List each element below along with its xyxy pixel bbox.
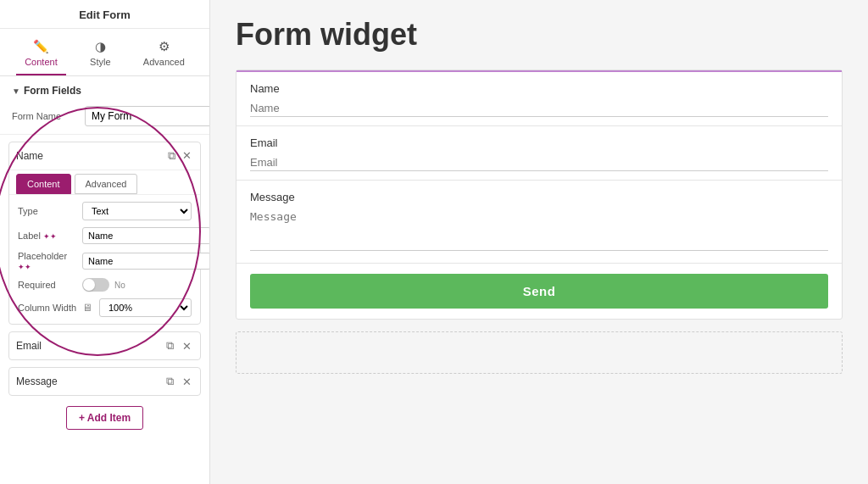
form-name-label: Form Name [12, 111, 80, 121]
email-field-label: Email [16, 340, 164, 352]
message-field-duplicate-button[interactable]: ⧉ [164, 373, 175, 390]
message-field-delete-button[interactable]: ✕ [181, 374, 193, 390]
label-row: Label ✦✦ 🗑 [9, 224, 200, 248]
field-body: Type Text Email Textarea Number Select L… [9, 195, 200, 324]
email-field-actions: ⧉ ✕ [164, 337, 193, 354]
placeholder-label: Placeholder ✦✦ [18, 251, 79, 271]
tab-advanced[interactable]: ⚙ Advanced [135, 36, 193, 75]
fw-message-label: Message [250, 191, 828, 203]
form-name-input[interactable] [85, 106, 210, 126]
fw-email-field: Email [236, 126, 842, 181]
monitor-icon: 🖥 [82, 302, 92, 314]
panel-title: Edit Form [0, 0, 209, 29]
tab-content[interactable]: ✏️ Content [16, 36, 66, 75]
form-fields-section-header[interactable]: ▼ Form Fields [0, 76, 209, 102]
fw-name-input[interactable] [250, 100, 828, 117]
gear-icon: ⚙ [159, 39, 170, 54]
name-field-expanded: Name ⧉ ✕ Content Advanced Type Text Emai… [8, 142, 201, 325]
name-field-duplicate-button[interactable]: ⧉ [166, 147, 177, 164]
email-field-duplicate-button[interactable]: ⧉ [164, 337, 175, 354]
fw-name-field: Name [236, 70, 842, 126]
email-field-delete-button[interactable]: ✕ [181, 338, 193, 354]
fw-message-textarea[interactable] [250, 209, 828, 251]
column-width-row: Column Width 🖥 100% 75% 66% 50% 33% 25% [9, 295, 200, 320]
name-field-label: Name [16, 150, 166, 162]
required-row: Required No [9, 275, 200, 295]
required-label: Required [18, 280, 79, 290]
fw-send-button[interactable]: Send [250, 274, 828, 309]
fw-email-input[interactable] [250, 154, 828, 171]
bottom-placeholder [236, 331, 843, 374]
name-field-actions: ⧉ ✕ [166, 147, 193, 164]
left-panel: Edit Form ✏️ Content ◑ Style ⚙ Advanced … [0, 0, 210, 484]
fw-email-label: Email [250, 136, 828, 149]
message-field-item: Message ⧉ ✕ [8, 367, 201, 396]
toggle-knob [83, 279, 95, 291]
type-select[interactable]: Text Email Textarea Number Select [82, 202, 192, 220]
main-content: Form widget Name Email Message Send [210, 0, 868, 484]
required-toggle[interactable] [82, 278, 109, 292]
column-width-select[interactable]: 100% 75% 66% 50% 33% 25% [99, 298, 192, 317]
add-item-button[interactable]: + Add Item [66, 406, 143, 430]
placeholder-input[interactable] [82, 253, 210, 270]
name-field-header: Name ⧉ ✕ [9, 142, 200, 170]
label-input[interactable] [82, 227, 210, 244]
fw-message-field: Message [236, 181, 842, 264]
placeholder-row: Placeholder ✦✦ 🗑 [9, 248, 200, 275]
name-field-delete-button[interactable]: ✕ [181, 147, 193, 164]
field-advanced-tab[interactable]: Advanced [75, 174, 138, 194]
fw-name-label: Name [250, 82, 828, 95]
required-toggle-wrap: No [82, 278, 125, 292]
tabs-row: ✏️ Content ◑ Style ⚙ Advanced [0, 29, 209, 76]
label-label: Label ✦✦ [18, 231, 79, 241]
email-field-item: Email ⧉ ✕ [8, 331, 201, 360]
form-widget: Name Email Message Send [236, 70, 843, 320]
column-width-label: Column Width [18, 303, 79, 313]
type-row: Type Text Email Textarea Number Select [9, 198, 200, 224]
message-field-label: Message [16, 376, 164, 387]
type-label: Type [18, 206, 79, 216]
form-name-row: Form Name [0, 102, 209, 131]
collapse-arrow-icon: ▼ [12, 86, 20, 96]
page-title: Form widget [236, 17, 843, 53]
separator [0, 134, 209, 135]
message-field-actions: ⧉ ✕ [164, 373, 193, 390]
field-inner-tabs: Content Advanced [9, 170, 200, 195]
tab-style[interactable]: ◑ Style [81, 36, 119, 75]
half-circle-icon: ◑ [95, 39, 106, 54]
field-content-tab[interactable]: Content [16, 174, 71, 194]
required-toggle-label: No [114, 281, 125, 290]
pencil-icon: ✏️ [33, 39, 49, 54]
